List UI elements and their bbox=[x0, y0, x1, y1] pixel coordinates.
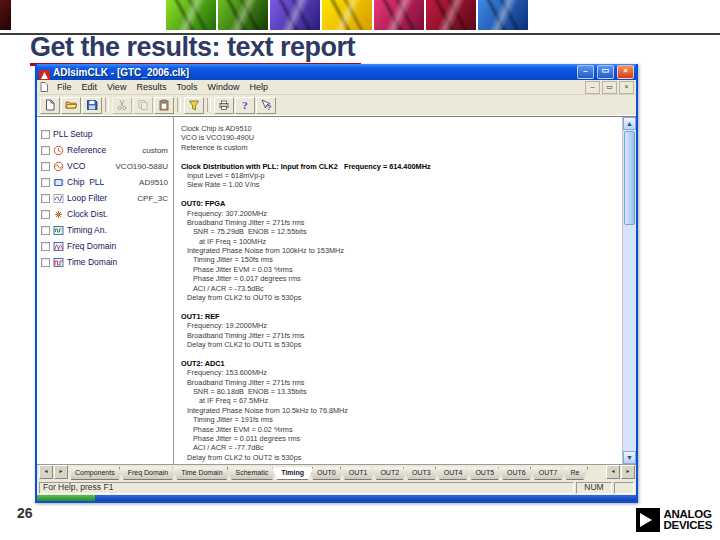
scroll-up-icon[interactable]: ▲ bbox=[623, 117, 636, 130]
svg-text:?: ? bbox=[242, 99, 248, 111]
tree-item-loop-filter[interactable]: Loop FilterCPF_3C bbox=[41, 190, 170, 206]
toolbar-separator bbox=[105, 98, 109, 112]
expand-box-icon[interactable] bbox=[41, 242, 50, 251]
menu-help[interactable]: Help bbox=[244, 82, 273, 92]
paste-icon[interactable] bbox=[154, 97, 174, 114]
vertical-scrollbar[interactable]: ▲ ▼ bbox=[622, 117, 636, 464]
report-line: Slew Rate = 1.00 V/ns bbox=[179, 180, 620, 189]
tab-re[interactable]: Re bbox=[561, 467, 588, 480]
tab-out4[interactable]: OUT4 bbox=[435, 467, 472, 480]
report-heading-line: OUT1: REF bbox=[179, 312, 620, 321]
tab-schematic[interactable]: Schematic bbox=[227, 467, 278, 480]
tree-item-freq-domain[interactable]: Freq Domain bbox=[41, 238, 170, 254]
tab-scroll-last-button[interactable]: ▸ bbox=[621, 465, 635, 479]
menu-tools[interactable]: Tools bbox=[171, 82, 202, 92]
tab-out5[interactable]: OUT5 bbox=[466, 467, 503, 480]
report-line bbox=[179, 302, 620, 311]
tab-out2[interactable]: OUT2 bbox=[371, 467, 408, 480]
report-line: at IF Freq = 100MHz bbox=[179, 237, 620, 246]
tab-time-domain[interactable]: Time Domain bbox=[172, 467, 231, 480]
expand-box-icon[interactable] bbox=[41, 178, 50, 187]
window-titlebar[interactable]: ADIsimCLK - [GTC_2006.clk] – ▭ × bbox=[37, 64, 636, 80]
menu-view[interactable]: View bbox=[102, 82, 131, 92]
expand-box-icon[interactable] bbox=[41, 162, 50, 171]
slide: Get the results: text report ADIsimCLK -… bbox=[0, 0, 720, 540]
reference-icon bbox=[53, 145, 64, 156]
filter-icon[interactable] bbox=[184, 97, 204, 114]
menu-results[interactable]: Results bbox=[131, 82, 171, 92]
expand-box-icon[interactable] bbox=[41, 210, 50, 219]
tree-item-chip-pll[interactable]: Chip PLLAD9510 bbox=[41, 174, 170, 190]
header-dark-block bbox=[0, 0, 11, 30]
report-line: Delay from CLK2 to OUT1 is 530ps bbox=[179, 340, 620, 349]
restore-button[interactable]: ▭ bbox=[597, 65, 614, 79]
copy-icon[interactable] bbox=[133, 97, 153, 114]
report-line bbox=[179, 152, 620, 161]
close-button[interactable]: × bbox=[617, 65, 634, 79]
save-icon[interactable] bbox=[82, 97, 102, 114]
tab-scroll-prev-button[interactable]: ▸ bbox=[54, 465, 68, 479]
menu-file[interactable]: File bbox=[52, 82, 77, 92]
help-icon[interactable]: ? bbox=[235, 97, 255, 114]
tab-components[interactable]: Components bbox=[71, 467, 124, 480]
expand-box-icon[interactable] bbox=[41, 146, 50, 155]
scroll-down-icon[interactable]: ▼ bbox=[623, 451, 636, 464]
open-icon[interactable] bbox=[61, 97, 81, 114]
tab-scroll-next-button[interactable]: ◂ bbox=[606, 465, 620, 479]
tab-out3[interactable]: OUT3 bbox=[403, 467, 440, 480]
report-line bbox=[179, 190, 620, 199]
adi-triangle-icon bbox=[636, 508, 660, 532]
new-icon[interactable] bbox=[40, 97, 60, 114]
clockdist-icon bbox=[53, 209, 64, 220]
report-line: Reference is custom bbox=[179, 143, 620, 152]
dsp-chip-icon bbox=[270, 0, 320, 30]
report-line: Delay from CLK2 to OUT0 is 530ps bbox=[179, 293, 620, 302]
expand-box-icon[interactable] bbox=[41, 130, 50, 139]
print-icon[interactable] bbox=[214, 97, 234, 114]
tab-out7[interactable]: OUT7 bbox=[530, 467, 567, 480]
scrollbar-thumb[interactable] bbox=[624, 131, 635, 225]
expand-box-icon[interactable] bbox=[41, 226, 50, 235]
tabs: ComponentsFreq DomainTime DomainSchemati… bbox=[71, 467, 605, 480]
tree-item-clock-dist-[interactable]: Clock Dist. bbox=[41, 206, 170, 222]
report-line: Delay from CLK2 to OUT2 is 530ps bbox=[179, 453, 620, 462]
mdi-close-button[interactable]: × bbox=[619, 81, 634, 94]
resize-grip[interactable] bbox=[614, 482, 634, 494]
tree-item-pll-setup[interactable]: PLL Setup bbox=[41, 126, 170, 142]
header-tile-strip bbox=[166, 0, 528, 30]
expand-box-icon[interactable] bbox=[41, 194, 50, 203]
start-button-fragment bbox=[37, 495, 95, 501]
tab-scroll-first-button[interactable]: ◂ bbox=[39, 465, 53, 479]
tab-out6[interactable]: OUT6 bbox=[498, 467, 535, 480]
tab-timing[interactable]: Timing bbox=[272, 467, 313, 480]
tree-item-timing-an-[interactable]: Timing An. bbox=[41, 222, 170, 238]
report-line: Frequency: 307.200MHz bbox=[179, 209, 620, 218]
toolbar-separator bbox=[207, 98, 211, 112]
report-line: Integrated Phase Noise from 10.5kHz to 7… bbox=[179, 406, 620, 415]
text-report-panel: Clock Chip is AD9510VCO is VCO190-490URe… bbox=[174, 117, 622, 464]
mdi-restore-button[interactable]: ▭ bbox=[602, 81, 617, 94]
report-line: SNR = 75.29dB ENOB = 12.55bits bbox=[179, 227, 620, 236]
report-line: Timing Jitter = 150fs rms bbox=[179, 255, 620, 264]
loopfilter-icon bbox=[53, 193, 64, 204]
tree-item-reference[interactable]: Referencecustom bbox=[41, 142, 170, 158]
tab-out1[interactable]: OUT1 bbox=[340, 467, 377, 480]
minimize-button[interactable]: – bbox=[577, 65, 594, 79]
report-line: Input Level = 618mVp-p bbox=[179, 171, 620, 180]
tree-item-vco[interactable]: VCOVCO190-588U bbox=[41, 158, 170, 174]
tree-item-time-domain[interactable]: Time Domain bbox=[41, 254, 170, 270]
vco-icon bbox=[53, 161, 64, 172]
menu-edit[interactable]: Edit bbox=[77, 82, 103, 92]
page-title: Get the results: text report bbox=[30, 33, 361, 66]
context-help-icon[interactable]: ? bbox=[256, 97, 276, 114]
window-title: ADIsimCLK - [GTC_2006.clk] bbox=[53, 67, 574, 78]
tab-freq-domain[interactable]: Freq Domain bbox=[119, 467, 177, 480]
gear-icon bbox=[426, 0, 476, 30]
interconnect-icon bbox=[478, 0, 528, 30]
tree-item-label: VCO bbox=[67, 161, 85, 171]
expand-box-icon[interactable] bbox=[41, 258, 50, 267]
cut-icon[interactable] bbox=[112, 97, 132, 114]
tab-out0[interactable]: OUT0 bbox=[308, 467, 345, 480]
menu-window[interactable]: Window bbox=[202, 82, 244, 92]
mdi-minimize-button[interactable]: – bbox=[585, 81, 600, 94]
